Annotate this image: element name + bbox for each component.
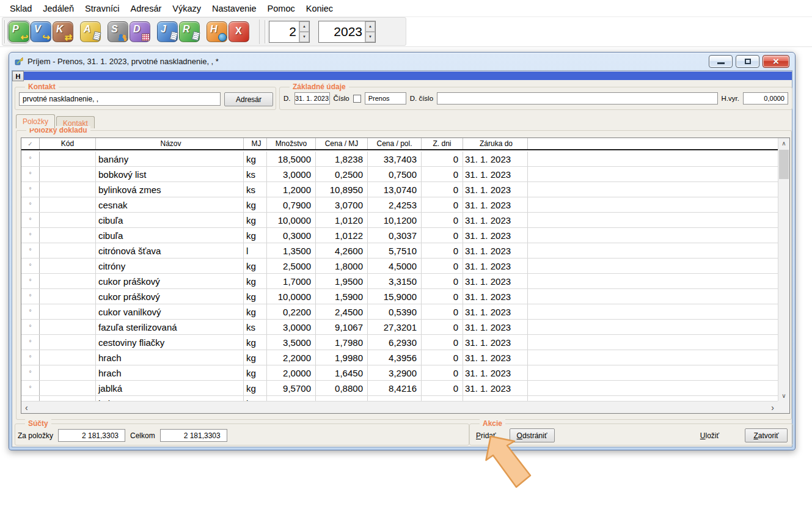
menu-item-stravnici[interactable]: Stravníci: [80, 2, 124, 15]
cell-mno: 3,0000: [267, 320, 316, 334]
vertical-scrollbar-thumb[interactable]: [779, 150, 789, 179]
date-input[interactable]: 31. 1. 2023: [294, 92, 330, 105]
scroll-right-icon[interactable]: ›: [771, 403, 774, 413]
cell-cpol: 8,4216: [368, 381, 422, 395]
zatvorit-button[interactable]: Zatvoriť: [745, 428, 788, 442]
maximize-icon: [745, 59, 751, 64]
maximize-button[interactable]: [736, 55, 759, 68]
close-button[interactable]: ×: [763, 55, 789, 68]
cell-naz: cibuľa: [96, 213, 244, 227]
cell-mj: kg: [244, 213, 267, 227]
menu-item-jedalen[interactable]: Jedáleň: [38, 2, 79, 15]
cell-naz: citrónová šťava: [96, 243, 244, 258]
column-header-kod[interactable]: Kód: [40, 138, 96, 149]
scroll-up-icon[interactable]: ∧: [778, 138, 789, 148]
cell-fill: [528, 197, 789, 212]
cell-sel: °: [21, 228, 40, 243]
typ-input[interactable]: Prenos: [365, 92, 406, 105]
menu-item-nastavenie[interactable]: Nastavenie: [207, 2, 262, 15]
toolbar-grip[interactable]: [4, 20, 6, 43]
table-row[interactable]: °kakaokg5,00003,180015,9000031. 1. 2023: [21, 396, 789, 401]
table-row[interactable]: °bobkový listks3,00000,25000,7500031. 1.…: [21, 167, 789, 182]
cell-sel: °: [21, 243, 40, 258]
scroll-down-icon[interactable]: ∨: [778, 391, 789, 401]
minimize-button[interactable]: [709, 55, 733, 68]
h-tab-button[interactable]: H: [12, 71, 24, 81]
cell-naz: cestoviny fliačky: [96, 335, 244, 350]
table-row[interactable]: °hrachkg2,20001,99804,3956031. 1. 2023: [21, 350, 789, 365]
table-row[interactable]: °cestoviny fliačkykg3,50001,79806,293003…: [21, 335, 789, 350]
table-row[interactable]: °cukor práškovýkg1,70001,95003,3150031. …: [21, 274, 789, 289]
cell-cpol: 0,5390: [368, 304, 422, 319]
cell-mno: 1,2000: [267, 182, 316, 197]
table-row[interactable]: °citrónykg2,50001,80004,5000031. 1. 2023: [21, 258, 789, 274]
table-row[interactable]: °cibuľakg10,00001,012010,1200031. 1. 202…: [21, 213, 789, 228]
month-down-icon[interactable]: ▼: [299, 32, 309, 42]
toolbar-grip[interactable]: [265, 20, 266, 43]
table-row[interactable]: °cesnakkg0,79003,07002,4253031. 1. 2023: [21, 197, 789, 213]
table-row[interactable]: °cukor vanilkovýkg0,22002,45000,5390031.…: [21, 304, 789, 320]
dcislo-input[interactable]: [437, 92, 718, 105]
menu-item-pomoc[interactable]: Pomoc: [263, 2, 300, 15]
ulozit-button[interactable]: Uložiť: [700, 431, 719, 440]
year-value[interactable]: 2023: [319, 21, 365, 42]
month-value[interactable]: 2: [269, 21, 299, 42]
toolbar-button-v[interactable]: V ↪: [31, 21, 51, 42]
cell-mj: kg: [244, 381, 267, 395]
table-row[interactable]: °hrachkg2,00001,64503,2900031. 1. 2023: [21, 365, 789, 381]
menu-item-koniec[interactable]: Koniec: [301, 2, 338, 15]
cell-mno: 2,5000: [267, 258, 316, 273]
column-header-mj[interactable]: MJ: [244, 138, 267, 149]
year-down-icon[interactable]: ▼: [365, 32, 375, 42]
scroll-left-icon[interactable]: ‹: [25, 403, 28, 413]
toolbar-button-j[interactable]: J: [157, 21, 178, 42]
window-body: H Kontakt prvotné naskladnenie, , Adresá…: [12, 70, 792, 447]
toolbar-button-p[interactable]: P ↩: [9, 21, 29, 42]
menu-item-sklad[interactable]: Sklad: [5, 2, 37, 15]
toolbar-button-h[interactable]: H: [207, 21, 227, 42]
vertical-scrollbar[interactable]: ∧ ∨: [778, 138, 789, 401]
menu-item-vykazy[interactable]: Výkazy: [167, 2, 206, 15]
column-header-z-dni[interactable]: Z. dni: [422, 138, 463, 149]
cell-mno: 9,5700: [267, 381, 316, 395]
column-header-check[interactable]: ✓: [21, 138, 40, 149]
cell-mj: kg: [244, 258, 267, 273]
cell-zar: 31. 1. 2023: [463, 304, 528, 319]
cell-zdni: 0: [422, 320, 463, 334]
table-row[interactable]: °citrónová šťaval1,35004,26005,7510031. …: [21, 243, 789, 258]
toolbar-h-icon: H: [207, 22, 218, 35]
year-up-icon[interactable]: ▲: [365, 21, 375, 32]
cell-kod: [40, 381, 96, 395]
table-row[interactable]: °bylinková zmesks1,200010,895013,0740031…: [21, 182, 789, 197]
toolbar-button-r[interactable]: R: [179, 21, 200, 42]
table-row[interactable]: °fazuľa sterilizovanáks3,00009,106727,32…: [21, 320, 789, 335]
toolbar-button-d[interactable]: D: [130, 21, 150, 42]
cislo-checkbox[interactable]: [353, 95, 361, 103]
tab-polozky[interactable]: Položky: [16, 114, 55, 128]
column-header-zaruka-do[interactable]: Záruka do: [463, 138, 528, 149]
menu-item-adresar[interactable]: Adresár: [126, 2, 167, 15]
column-header-cena-pol[interactable]: Cena / pol.: [368, 138, 422, 149]
za-polozky-label: Za položky: [18, 431, 53, 440]
column-header-nazov[interactable]: Názov: [96, 138, 244, 149]
table-row[interactable]: °cukor práškovýkg10,00001,590015,9000031…: [21, 289, 789, 304]
month-up-icon[interactable]: ▲: [299, 21, 309, 32]
screen: Sklad Jedáleň Stravníci Adresár Výkazy N…: [0, 0, 812, 506]
kontakt-input[interactable]: prvotné naskladnenie, ,: [19, 92, 221, 106]
table-row[interactable]: °jablkákg9,57000,88008,4216031. 1. 2023: [21, 381, 789, 396]
table-row[interactable]: °cibuľakg0,30001,01220,3037031. 1. 2023: [21, 228, 789, 243]
toolbar-button-x[interactable]: X: [229, 21, 249, 42]
cell-cmj: 0,8800: [316, 381, 368, 395]
cell-zar: 31. 1. 2023: [463, 182, 528, 197]
toolbar-button-k[interactable]: K ⇄: [53, 21, 73, 42]
table-row[interactable]: °banánykg18,50001,823833,7403031. 1. 202…: [21, 152, 789, 167]
adresar-button[interactable]: Adresár: [224, 92, 273, 106]
horizontal-scrollbar[interactable]: ‹ ›: [21, 401, 778, 413]
toolbar-s-icon: S: [108, 22, 118, 35]
toolbar-button-a[interactable]: A: [80, 21, 101, 42]
hvyr-input[interactable]: 0,0000: [743, 92, 788, 105]
column-header-cena-mj[interactable]: Cena / MJ: [316, 138, 368, 149]
titlebar[interactable]: Príjem - Prenos, 31. 1. 2023, prvotné na…: [9, 53, 795, 70]
toolbar-button-s[interactable]: S: [108, 21, 128, 42]
column-header-mnozstvo[interactable]: Množstvo: [267, 138, 316, 149]
